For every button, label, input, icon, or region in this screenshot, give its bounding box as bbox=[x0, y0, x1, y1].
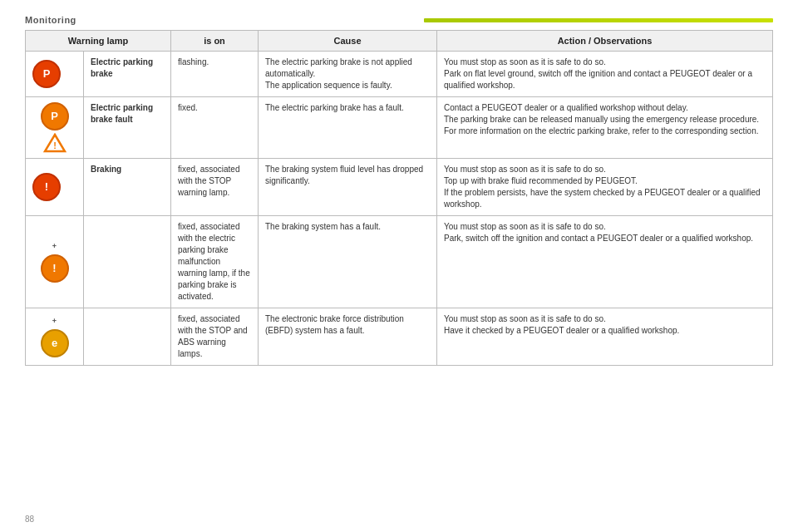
header-warning-lamp: Warning lamp bbox=[26, 31, 171, 52]
warning-icon-group: P ! bbox=[32, 102, 76, 153]
table-row: + ! fixed, associated with the electric … bbox=[26, 216, 773, 308]
icon-cell: P bbox=[26, 52, 84, 97]
icon-cell: ! bbox=[26, 159, 84, 216]
table-row: PElectric parking brakeflashing.The elec… bbox=[26, 52, 773, 97]
warning-icon-orange: P bbox=[41, 102, 69, 131]
icon-cell: P ! bbox=[26, 97, 84, 159]
triangle-icon: ! bbox=[43, 133, 66, 153]
cause-cell: The electric parking brake has a fault. bbox=[259, 97, 437, 159]
top-bar: Monitoring bbox=[25, 15, 773, 25]
plus-icon: + bbox=[52, 316, 57, 327]
icon-cell: + e bbox=[26, 308, 84, 366]
warning-icon-group: + e bbox=[32, 316, 76, 357]
action-cell: You must stop as soon as it is safe to d… bbox=[437, 308, 773, 366]
header-action: Action / Observations bbox=[437, 31, 773, 52]
warning-name bbox=[84, 308, 171, 366]
action-cell: You must stop as soon as it is safe to d… bbox=[437, 52, 773, 97]
warning-name: Electric parking brake bbox=[84, 52, 171, 97]
action-cell: Contact a PEUGEOT dealer or a qualified … bbox=[437, 97, 773, 159]
header-cause: Cause bbox=[259, 31, 437, 52]
svg-text:!: ! bbox=[53, 140, 57, 150]
cause-cell: The electric parking brake is not applie… bbox=[259, 52, 437, 97]
action-cell: You must stop as soon as it is safe to d… bbox=[437, 159, 773, 216]
warning-icon: P bbox=[32, 60, 61, 88]
table-row: + e fixed, associated with the STOP and … bbox=[26, 308, 773, 366]
cause-cell: The braking system has a fault. bbox=[259, 216, 437, 308]
warning-name: Braking bbox=[84, 159, 171, 216]
warning-icon-group: + ! bbox=[32, 241, 76, 283]
is-on-cell: fixed, associated with the STOP and ABS … bbox=[171, 308, 259, 366]
is-on-cell: fixed, associated with the STOP warning … bbox=[171, 159, 259, 216]
cause-cell: The braking system fluid level has dropp… bbox=[259, 159, 437, 216]
warning-icon: e bbox=[41, 329, 69, 357]
warning-icon: ! bbox=[32, 173, 61, 201]
action-cell: You must stop as soon as it is safe to d… bbox=[437, 216, 773, 308]
cause-cell: The electronic brake force distribution … bbox=[259, 308, 437, 366]
warning-name: Electric parking brake fault bbox=[84, 97, 171, 159]
header-is-on: is on bbox=[171, 31, 259, 52]
table-row: P ! Electric parking brake faultfixed.Th… bbox=[26, 97, 773, 159]
green-bar bbox=[424, 18, 773, 22]
page-title: Monitoring bbox=[25, 15, 76, 25]
warning-icon: ! bbox=[41, 254, 69, 283]
page: Monitoring Warning lamp is on Cause Acti… bbox=[0, 0, 798, 532]
page-number: 88 bbox=[25, 515, 34, 524]
main-table: Warning lamp is on Cause Action / Observ… bbox=[25, 30, 773, 366]
is-on-cell: fixed, associated with the electric park… bbox=[171, 216, 259, 308]
table-row: !Brakingfixed, associated with the STOP … bbox=[26, 159, 773, 216]
plus-icon: + bbox=[52, 241, 57, 252]
is-on-cell: flashing. bbox=[171, 52, 259, 97]
warning-name bbox=[84, 216, 171, 308]
icon-cell: + ! bbox=[26, 216, 84, 308]
is-on-cell: fixed. bbox=[171, 97, 259, 159]
